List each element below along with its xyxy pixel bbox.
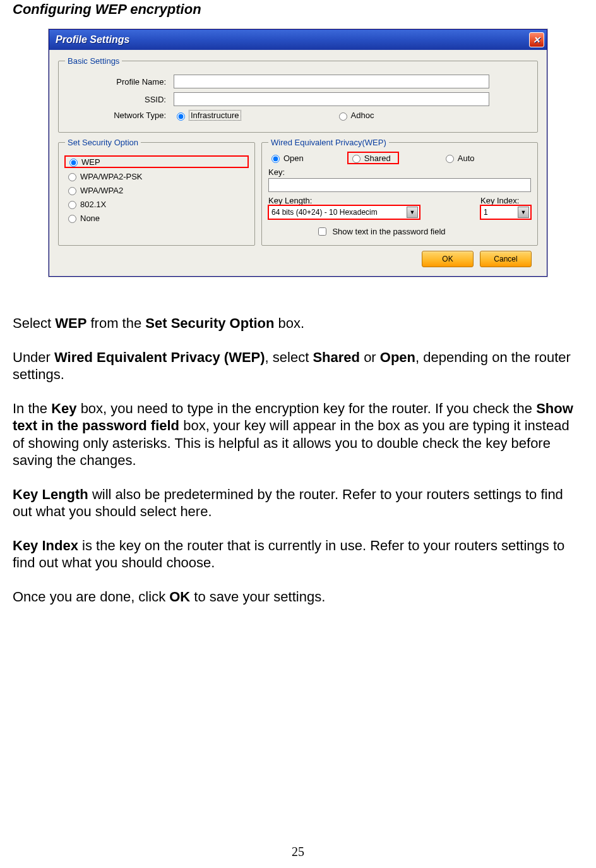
paragraph-6: Once you are done, click OK to save your… (13, 588, 583, 606)
cancel-button[interactable]: Cancel (480, 251, 532, 267)
show-text-checkbox-label: Show text in the password field (332, 227, 445, 236)
page-number: 25 (0, 845, 596, 859)
paragraph-2: Under Wired Equivalent Privacy (WEP), se… (13, 349, 583, 383)
key-index-select[interactable]: 1 ▼ (480, 205, 531, 219)
wep-key-input[interactable] (268, 178, 531, 192)
profile-settings-window: Profile Settings ✕ Basic Settings Profil… (49, 29, 547, 277)
key-index-value: 1 (484, 208, 488, 217)
security-option-wep[interactable]: WEP (65, 156, 248, 167)
basic-settings-legend: Basic Settings (65, 56, 122, 66)
security-option-wep-label: WEP (81, 157, 100, 167)
ssid-input[interactable] (174, 92, 489, 106)
close-icon: ✕ (533, 35, 540, 45)
security-option-8021x[interactable]: 802.1X (65, 199, 248, 209)
profile-name-label: Profile Name: (65, 77, 174, 87)
network-type-label: Network Type: (65, 111, 174, 120)
chevron-down-icon: ▼ (518, 207, 529, 218)
network-type-infrastructure[interactable]: Infrastructure (174, 110, 241, 121)
ssid-label: SSID: (65, 95, 174, 104)
key-length-select[interactable]: 64 bits (40+24) - 10 Hexadecim ▼ (268, 205, 420, 219)
paragraph-4: Key Length will also be predetermined by… (13, 486, 583, 521)
wep-auth-auto-radio[interactable] (446, 155, 454, 163)
wep-key-label: Key: (268, 167, 531, 177)
wep-auth-auto-label: Auto (458, 154, 475, 163)
paragraph-5: Key Index is the key on the router that … (13, 537, 583, 572)
network-type-infrastructure-label: Infrastructure (189, 110, 241, 121)
wep-auth-shared-radio[interactable] (352, 155, 361, 163)
wep-auth-open-radio[interactable] (271, 155, 280, 163)
page-heading: Configuring WEP encryption (13, 0, 583, 18)
security-option-wep-radio[interactable] (69, 159, 78, 167)
network-type-options: Infrastructure Adhoc (174, 110, 393, 121)
security-option-none[interactable]: None (65, 213, 248, 223)
security-option-wpa-label: WPA/WPA2 (80, 186, 123, 195)
profile-name-input[interactable] (174, 75, 489, 88)
titlebar: Profile Settings ✕ (49, 30, 547, 50)
form-body: Basic Settings Profile Name: SSID: Netwo… (49, 50, 547, 276)
ok-button[interactable]: OK (422, 251, 474, 267)
security-option-wpa-radio[interactable] (68, 187, 76, 195)
wep-legend: Wired Equivalent Privacy(WEP) (268, 138, 389, 147)
key-index-label: Key Index: (480, 196, 531, 205)
security-option-wpapsk-label: WPA/WPA2-PSK (80, 172, 142, 181)
wep-auth-open-label: Open (283, 154, 304, 163)
security-option-none-label: None (80, 214, 100, 223)
wep-auth-shared[interactable]: Shared (348, 152, 398, 164)
security-option-fieldset: Set Security Option WEP WPA/WPA2-PSK WPA… (58, 138, 255, 246)
security-option-wpa[interactable]: WPA/WPA2 (65, 185, 248, 195)
screenshot-container: Profile Settings ✕ Basic Settings Profil… (49, 29, 547, 277)
security-option-8021x-radio[interactable] (68, 201, 76, 209)
wep-auth-shared-label: Shared (364, 154, 391, 163)
network-type-adhoc[interactable]: Adhoc (336, 111, 374, 121)
close-button[interactable]: ✕ (529, 32, 544, 47)
window-title: Profile Settings (56, 34, 529, 45)
security-option-wpapsk-radio[interactable] (68, 173, 76, 181)
action-row: OK Cancel (58, 251, 538, 267)
network-type-adhoc-radio[interactable] (339, 112, 347, 121)
security-option-none-radio[interactable] (68, 215, 76, 223)
basic-settings-fieldset: Basic Settings Profile Name: SSID: Netwo… (58, 56, 538, 133)
show-text-checkbox[interactable] (318, 227, 326, 236)
wep-auth-open[interactable]: Open (268, 153, 304, 163)
key-length-value: 64 bits (40+24) - 10 Hexadecim (271, 208, 378, 217)
chevron-down-icon: ▼ (407, 207, 418, 218)
wep-auth-auto[interactable]: Auto (443, 153, 475, 163)
key-length-label: Key Length: (268, 196, 462, 205)
paragraph-1: Select WEP from the Set Security Option … (13, 315, 583, 332)
document-body: Select WEP from the Set Security Option … (13, 315, 583, 605)
security-option-wpapsk[interactable]: WPA/WPA2-PSK (65, 171, 248, 181)
security-option-legend: Set Security Option (65, 138, 141, 147)
network-type-infrastructure-radio[interactable] (177, 112, 185, 121)
network-type-adhoc-label: Adhoc (351, 111, 374, 120)
security-option-8021x-label: 802.1X (80, 200, 106, 209)
wep-fieldset: Wired Equivalent Privacy(WEP) Open Share… (261, 138, 538, 246)
paragraph-3: In the Key box, you need to type in the … (13, 400, 583, 469)
